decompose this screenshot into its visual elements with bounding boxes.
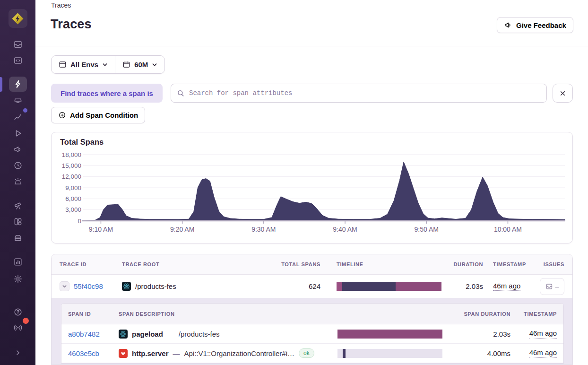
spans-table: SPAN ID SPAN DESCRIPTION SPAN DURATION T… [61,303,564,364]
span-timestamp[interactable]: 46m ago [529,329,557,339]
archive-box-icon [13,233,23,243]
close-icon [559,89,567,97]
sidebar-item-releases[interactable] [9,230,27,245]
trace-duration: 2.03s [441,282,483,290]
span-description: /products-fes [179,330,220,338]
sidebar-collapse-button[interactable] [9,345,27,360]
span-attributes-search [171,84,547,103]
sidebar [0,0,35,365]
react-project-icon [119,330,128,339]
col-duration: DURATION [441,261,483,267]
col-timeline: TIMELINE [320,261,441,267]
col-span-duration: SPAN DURATION [442,311,510,317]
col-total-spans: TOTAL SPANS [277,261,320,267]
span-row: a80b7482 pageload — /products-fes 2.03s [61,324,563,344]
collapse-trace-button[interactable] [60,281,69,291]
span-id-link[interactable]: a80b7482 [68,330,100,338]
traces-table-header: TRACE ID TRACE ROOT TOTAL SPANS TIMELINE… [52,254,572,275]
telescope-icon [13,201,23,210]
sidebar-item-stats[interactable] [9,254,27,269]
layout-grid-icon [13,217,23,226]
window-env-icon [59,61,67,69]
active-nav-indicator [0,77,2,92]
trace-issues-button[interactable]: – [540,278,564,295]
add-span-condition-button[interactable]: Add Span Condition [51,107,145,123]
header-divider [35,46,588,46]
span-id-link[interactable]: 4603e5cb [68,349,99,357]
svg-text:15,000: 15,000 [62,162,81,169]
svg-text:6,000: 6,000 [65,195,81,202]
sidebar-item-dashboards[interactable] [9,214,27,229]
expanded-trace-panel: SPAN ID SPAN DESCRIPTION SPAN DURATION T… [52,298,572,365]
calendar-icon [122,61,130,69]
search-input[interactable] [189,89,541,97]
siren-icon [13,177,23,186]
environment-filter[interactable]: All Envs [52,56,115,73]
sidebar-item-profiling[interactable] [9,93,27,108]
react-project-icon [122,282,131,291]
trace-id-link[interactable]: 55f40c98 [74,282,103,290]
trace-row: 55f40c98 /products-fes 624 2.03s 46m ago… [52,275,572,298]
sidebar-item-traces[interactable] [9,77,27,92]
svg-text:9:10 AM: 9:10 AM [89,226,113,233]
svg-text:9:30 AM: 9:30 AM [251,226,276,233]
col-span-timestamp: TIMESTAMP [510,311,557,317]
trace-issues-count: – [555,283,559,290]
col-trace-root: TRACE ROOT [122,261,277,267]
time-range-filter[interactable]: 60M [115,56,164,73]
col-span-id: SPAN ID [68,311,119,317]
chevron-down-icon [152,62,157,68]
total-spans-value: 624 [277,282,320,290]
sidebar-item-whats-new[interactable] [9,320,27,335]
megaphone-icon [13,145,23,154]
svg-text:9:20 AM: 9:20 AM [170,226,194,233]
span-row: 4603e5cb http.server — Api::V1::Organiza… [61,344,563,363]
col-trace-id: TRACE ID [60,261,122,267]
chevron-right-icon [14,349,22,356]
trace-timestamp[interactable]: 46m ago [493,282,520,291]
breadcrumb[interactable]: Traces [51,1,71,9]
total-spans-area-chart: 03,0006,0009,00012,00015,00018,0009:10 A… [56,147,570,241]
sentry-logo[interactable] [9,9,27,28]
svg-text:12,000: 12,000 [62,173,81,180]
span-separator: — [173,349,180,357]
span-condition-context-label: Find traces where a span is [51,84,163,103]
whats-new-notification-dot [23,318,29,324]
span-status-badge: ok [299,348,314,358]
remove-condition-button[interactable] [553,84,573,103]
svg-text:9,000: 9,000 [65,184,81,191]
span-timeline-bar [337,349,442,358]
plus-circle-icon [58,111,66,119]
give-feedback-button[interactable]: Give Feedback [497,17,573,33]
sidebar-item-replays[interactable] [9,126,27,141]
sidebar-item-alerts[interactable] [9,174,27,189]
svg-text:9:50 AM: 9:50 AM [415,226,439,233]
give-feedback-label: Give Feedback [516,21,566,29]
total-spans-chart-panel: Total Spans 03,0006,0009,00012,00015,000… [51,132,573,243]
sidebar-item-discover[interactable] [9,198,27,213]
sidebar-item-help[interactable] [9,304,27,320]
sidebar-item-issues[interactable] [9,37,27,52]
col-span-description: SPAN DESCRIPTION [119,311,337,317]
sidebar-item-settings[interactable] [9,271,27,287]
search-icon [177,89,185,97]
page-filter-bar: All Envs 60M [51,55,165,74]
sidebar-item-user-feedback[interactable] [9,142,27,157]
sidebar-item-history[interactable] [9,158,27,173]
main-content: Traces Traces Give Feedback All Envs 60M… [35,0,588,365]
bar-stats-icon [13,257,23,267]
sidebar-item-explore[interactable] [9,53,27,68]
question-circle-icon [13,307,23,317]
sidebar-item-insights[interactable] [9,109,27,124]
add-span-condition-label: Add Span Condition [70,111,138,119]
span-description: Api::V1::OrganizationController#i… [184,349,294,357]
line-chart-icon [13,112,23,122]
play-icon [13,129,23,138]
inbox-icon [545,283,553,290]
broadcast-icon [13,323,23,332]
span-op: pageload [132,330,163,338]
col-issues: ISSUES [538,261,564,267]
gear-icon [13,274,23,284]
trace-root-name: /products-fes [135,282,176,290]
span-timestamp[interactable]: 46m ago [529,348,557,358]
